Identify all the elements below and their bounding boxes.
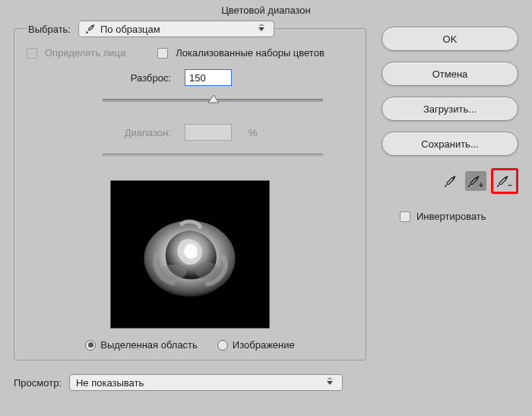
invert-label: Инвертировать [416, 211, 486, 222]
radio-image[interactable]: Изображение [217, 339, 295, 351]
fuzziness-label: Разброс: [103, 72, 171, 84]
detect-faces-label: Определять лица [45, 47, 125, 59]
svg-point-2 [195, 262, 220, 279]
eyedropper-sample-button[interactable] [439, 171, 461, 191]
fuzziness-slider[interactable] [103, 94, 323, 110]
eyedropper-icon [443, 174, 457, 188]
range-slider [103, 148, 323, 165]
radio-dot-icon [217, 340, 228, 351]
range-percent: % [249, 127, 258, 138]
slider-thumb-icon[interactable] [208, 95, 219, 106]
radio-selection-label: Выделенная область [100, 339, 198, 351]
select-group: Выбрать: По образцам Определять лица Лок… [14, 28, 366, 360]
localized-label: Локализованные наборы цветов [176, 47, 325, 59]
chevron-down-icon [324, 376, 336, 389]
preview-mode-label: Просмотр: [14, 377, 62, 389]
detect-faces-checkbox [27, 48, 37, 59]
invert-checkbox[interactable] [400, 211, 410, 222]
select-label: Выбрать: [28, 24, 71, 35]
select-value: По образцам [100, 24, 160, 35]
localized-checkbox[interactable] [157, 48, 168, 59]
cancel-button[interactable]: Отмена [382, 62, 518, 86]
rose-preview-image [139, 211, 242, 303]
radio-dot-icon [85, 340, 96, 351]
save-button[interactable]: Сохранить... [382, 132, 518, 156]
eyedropper-icon [85, 24, 96, 34]
preview-mode-combo[interactable]: Не показывать [69, 374, 343, 391]
ok-button[interactable]: OK [382, 27, 518, 51]
eyedropper-subtract-button[interactable]: – [491, 168, 518, 194]
preview-mode-value: Не показывать [76, 377, 144, 389]
selection-preview [110, 180, 270, 329]
select-combo[interactable]: По образцам [78, 21, 274, 37]
fuzziness-input[interactable]: 150 [185, 69, 232, 86]
chevron-down-icon [255, 23, 268, 35]
eyedropper-add-button[interactable]: + [465, 171, 486, 191]
radio-selection[interactable]: Выделенная область [85, 339, 198, 351]
radio-image-label: Изображение [233, 339, 295, 351]
svg-point-1 [160, 265, 187, 280]
load-button[interactable]: Загрузить... [382, 97, 518, 121]
range-input [185, 124, 232, 141]
range-label: Диапазон: [103, 127, 171, 138]
